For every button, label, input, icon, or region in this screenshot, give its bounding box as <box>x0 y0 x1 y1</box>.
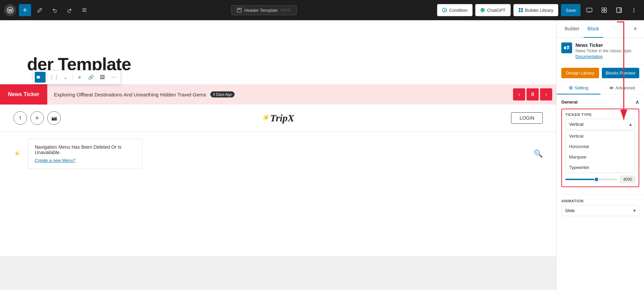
svg-rect-11 <box>519 8 520 10</box>
instagram-icon[interactable]: 📷 <box>47 111 61 125</box>
svg-rect-4 <box>82 11 86 12</box>
panel-close-button[interactable]: × <box>630 24 640 34</box>
svg-rect-19 <box>605 10 607 12</box>
design-library-button[interactable]: Design Library <box>561 68 599 78</box>
add-block-button[interactable]: + <box>19 4 31 16</box>
toolbar-grid-button[interactable]: ⋮⋮ <box>49 72 59 83</box>
svg-rect-29 <box>567 48 569 49</box>
toolbar-align-button[interactable]: ≡ <box>74 72 85 83</box>
topbar-right: ✦ Condition AI ChatGPT Builder Library S… <box>437 4 640 16</box>
slider-track <box>565 179 617 180</box>
wp-logo: W <box>4 4 16 16</box>
template-name: Header Template <box>244 8 278 13</box>
slider-fill <box>565 179 596 180</box>
right-panel: Builder Block × News Ticker News Ticker … <box>556 20 644 290</box>
svg-text:✦: ✦ <box>444 9 446 12</box>
ticker-label: News Ticker <box>0 84 47 105</box>
setting-tab[interactable]: Setting <box>557 82 600 94</box>
builder-library-button[interactable]: Builder Library <box>513 4 559 16</box>
floating-toolbar: ⋮⋮ ⌄ ≡ 🔗 🖼 ⋯ <box>33 70 121 84</box>
canvas-content: ⋮⋮ ⌄ ≡ 🔗 🖼 ⋯ der Template News Ticker <box>0 20 556 256</box>
toolbar-more-button[interactable]: ⋯ <box>108 72 119 83</box>
nav-menu-box: Navigation Menu Has Been Deleted Or Is U… <box>28 139 142 169</box>
general-section: General ∧ TICKER TYPE Vertical Horizonta… <box>557 95 644 195</box>
svg-rect-5 <box>237 8 241 12</box>
social-icons: f ✕ 📷 <box>14 111 61 125</box>
canvas: ⋮⋮ ⌄ ≡ 🔗 🖼 ⋯ der Template News Ticker <box>0 20 556 290</box>
facebook-icon[interactable]: f <box>14 111 27 125</box>
ticker-prev-button[interactable]: ‹ <box>513 88 525 100</box>
ticker-controls: ‹ ⏸ › <box>513 88 556 100</box>
blocks-preview-button[interactable]: Blocks Preview <box>602 68 640 78</box>
animation-select[interactable]: Slide Fade <box>561 205 639 216</box>
search-icon[interactable]: 🔍 <box>534 149 543 158</box>
ticker-type-label: TICKER TYPE <box>565 113 635 117</box>
builder-tab[interactable]: Builder <box>561 20 584 38</box>
block-tab[interactable]: Block <box>584 20 603 38</box>
widget-desc: News Ticker in the classic style. <box>575 49 633 53</box>
dropdown-option-vertical[interactable]: Vertical <box>566 131 635 141</box>
svg-rect-2 <box>82 8 86 9</box>
svg-rect-6 <box>238 9 241 9</box>
widget-icon <box>561 42 572 53</box>
svg-rect-17 <box>605 8 607 10</box>
general-toggle-icon: ∧ <box>635 99 639 105</box>
panel-toggle-button[interactable] <box>613 4 625 16</box>
svg-rect-28 <box>567 46 569 47</box>
ticker-type-dropdown: Vertical Horizontal Marquee Typewriter <box>565 130 635 173</box>
edit-mode-button[interactable] <box>34 4 46 16</box>
animation-section: ANIMATION Slide Fade ▼ <box>557 195 644 220</box>
sun-icon: ☀ <box>14 149 21 158</box>
template-label-center: Header Template Ctrl+K <box>93 5 434 15</box>
grid-view-button[interactable] <box>598 4 610 16</box>
slider-thumb[interactable] <box>594 177 599 182</box>
svg-rect-12 <box>521 8 523 10</box>
redo-button[interactable] <box>63 4 76 16</box>
toolbar-link-button[interactable]: 🔗 <box>85 72 96 83</box>
chatgpt-button[interactable]: AI ChatGPT <box>475 4 510 16</box>
ticker-pause-button[interactable]: ⏸ <box>527 88 539 100</box>
template-label[interactable]: Header Template Ctrl+K <box>231 5 297 15</box>
main-layout: ⋮⋮ ⌄ ≡ 🔗 🖼 ⋯ der Template News Ticker <box>0 20 644 290</box>
responsive-desktop-button[interactable] <box>583 4 595 16</box>
slider-row: 4000 <box>565 176 635 183</box>
dropdown-option-horizontal[interactable]: Horizontal <box>566 141 635 152</box>
condition-button[interactable]: ✦ Condition <box>437 4 473 16</box>
toolbar-divider-2 <box>72 73 73 81</box>
svg-point-34 <box>610 87 611 88</box>
undo-button[interactable] <box>49 4 61 16</box>
ticker-text: Exploring Offbeat Destinations And Unear… <box>54 92 206 97</box>
animation-label: ANIMATION <box>561 199 639 203</box>
ticker-next-button[interactable]: › <box>540 88 552 100</box>
menu-button[interactable] <box>78 4 90 16</box>
animation-select-wrapper: Slide Fade ▼ <box>561 205 639 216</box>
logo-text: TripX <box>270 112 294 124</box>
svg-text:AI: AI <box>481 9 484 12</box>
ticker-content: Exploring Offbeat Destinations And Unear… <box>47 91 513 97</box>
svg-point-22 <box>634 8 635 9</box>
login-button[interactable]: LOGIN <box>511 112 543 124</box>
svg-rect-18 <box>602 10 604 12</box>
create-menu-link[interactable]: Create a new Menu? <box>35 158 76 163</box>
ticker-type-box: TICKER TYPE Vertical Horizontal Marquee … <box>561 109 639 187</box>
nav-menu-title: Navigation Menu Has Been Deleted Or Is U… <box>35 144 135 155</box>
svg-point-24 <box>634 11 635 12</box>
general-section-header[interactable]: General ∧ <box>561 99 639 105</box>
toolbar-image-button[interactable]: 🖼 <box>97 72 108 83</box>
widget-details: News Ticker News Ticker in the classic s… <box>575 42 633 59</box>
dropdown-option-typewriter[interactable]: Typewriter <box>566 162 635 173</box>
twitter-x-icon[interactable]: ✕ <box>30 111 44 125</box>
dropdown-option-marquee[interactable]: Marquee <box>566 152 635 162</box>
svg-rect-15 <box>587 8 592 12</box>
logo-sun-icon: ☀ <box>262 114 269 122</box>
ticker-type-select[interactable]: Vertical Horizontal Marquee Typewriter <box>565 119 635 130</box>
save-button[interactable]: Save <box>561 4 581 16</box>
more-options-button[interactable] <box>628 4 640 16</box>
news-ticker-bar: News Ticker Exploring Offbeat Destinatio… <box>0 84 556 105</box>
advanced-tab[interactable]: Advanced <box>600 82 644 94</box>
documentation-link[interactable]: Documentation <box>575 54 603 59</box>
toolbar-widget-icon-button[interactable] <box>35 72 46 83</box>
site-logo: ☀ TripX <box>262 112 294 124</box>
toolbar-direction-button[interactable]: ⌄ <box>60 72 71 83</box>
social-row: f ✕ 📷 ☀ TripX LOGIN <box>0 105 556 132</box>
